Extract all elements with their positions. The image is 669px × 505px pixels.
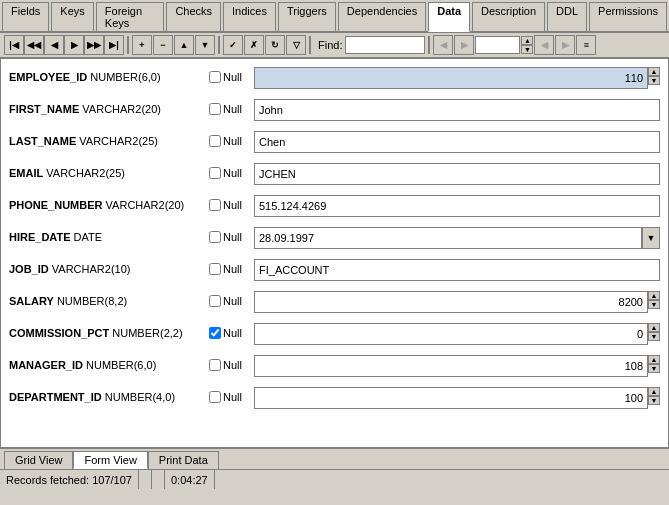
count-spinner[interactable]: ▲ ▼ (521, 36, 533, 54)
delete-btn[interactable]: − (153, 35, 173, 55)
field-spinner-commission_pct[interactable]: ▲▼ (648, 323, 660, 341)
page-prev-btn[interactable]: ◀ (534, 35, 554, 55)
field-spinner-department_id[interactable]: ▲▼ (648, 387, 660, 405)
bottom-tab-print-data[interactable]: Print Data (148, 451, 219, 469)
null-check-employee_id: Null (209, 67, 254, 83)
nav-jump-prev-btn[interactable]: ◀ (433, 35, 453, 55)
field-input-email[interactable] (254, 163, 660, 185)
null-checkbox-department_id[interactable] (209, 391, 221, 403)
spin-down[interactable]: ▼ (648, 364, 660, 373)
null-checkbox-salary[interactable] (209, 295, 221, 307)
form-row: HIRE_DATE DATENull▼ (9, 227, 660, 255)
spin-up[interactable]: ▲ (648, 323, 660, 332)
spin-up[interactable]: ▲ (648, 291, 660, 300)
more-btn[interactable]: ≡ (576, 35, 596, 55)
spin-down[interactable]: ▼ (648, 76, 660, 85)
seg3 (152, 470, 165, 489)
find-input[interactable] (345, 36, 425, 54)
nav-next-page-btn[interactable]: ▶▶ (84, 35, 104, 55)
nav-next-btn[interactable]: ▶ (64, 35, 84, 55)
field-input-hire_date[interactable] (254, 227, 642, 249)
null-checkbox-manager_id[interactable] (209, 359, 221, 371)
null-check-commission_pct: Null (209, 323, 254, 339)
tab-foreign-keys[interactable]: Foreign Keys (96, 2, 165, 31)
tab-data[interactable]: Data (428, 2, 470, 32)
field-value-salary: ▲▼ (254, 291, 660, 313)
spin-up[interactable]: ▲ (648, 67, 660, 76)
sep3 (309, 36, 311, 54)
spin-down[interactable]: ▼ (648, 332, 660, 341)
field-input-department_id[interactable] (254, 387, 648, 409)
page-next-btn[interactable]: ▶ (555, 35, 575, 55)
down-btn[interactable]: ▼ (195, 35, 215, 55)
field-input-employee_id[interactable] (254, 67, 648, 89)
null-label: Null (223, 167, 242, 179)
spinner-wrapper: ▲▼ (254, 355, 660, 377)
up-btn[interactable]: ▲ (174, 35, 194, 55)
null-label: Null (223, 263, 242, 275)
null-checkbox-email[interactable] (209, 167, 221, 179)
spin-up[interactable]: ▲ (648, 355, 660, 364)
null-label: Null (223, 295, 242, 307)
field-input-phone_number[interactable] (254, 195, 660, 217)
form-row: COMMISSION_PCT NUMBER(2,2)Null▲▼ (9, 323, 660, 351)
tab-description[interactable]: Description (472, 2, 545, 31)
bottom-tab-form-view[interactable]: Form View (73, 451, 147, 469)
tab-dependencies[interactable]: Dependencies (338, 2, 426, 31)
nav-jump-next-btn[interactable]: ▶ (454, 35, 474, 55)
count-up-btn[interactable]: ▲ (521, 36, 533, 45)
null-checkbox-job_id[interactable] (209, 263, 221, 275)
field-input-job_id[interactable] (254, 259, 660, 281)
refresh-btn[interactable]: ↻ (265, 35, 285, 55)
field-value-manager_id: ▲▼ (254, 355, 660, 377)
field-spinner-manager_id[interactable]: ▲▼ (648, 355, 660, 373)
tab-permissions[interactable]: Permissions (589, 2, 667, 31)
tab-keys[interactable]: Keys (51, 2, 93, 31)
field-spinner-employee_id[interactable]: ▲▼ (648, 67, 660, 85)
null-label: Null (223, 103, 242, 115)
field-input-first_name[interactable] (254, 99, 660, 121)
spin-down[interactable]: ▼ (648, 396, 660, 405)
field-label-hire_date: HIRE_DATE DATE (9, 227, 209, 243)
tab-indices[interactable]: Indices (223, 2, 276, 31)
null-label: Null (223, 71, 242, 83)
cancel-btn[interactable]: ✗ (244, 35, 264, 55)
field-input-salary[interactable] (254, 291, 648, 313)
tab-checks[interactable]: Checks (166, 2, 221, 31)
nav-prev-page-btn[interactable]: ◀◀ (24, 35, 44, 55)
date-dropdown-btn[interactable]: ▼ (642, 227, 660, 249)
field-value-phone_number (254, 195, 660, 217)
find-label: Find: (318, 39, 342, 51)
add-btn[interactable]: + (132, 35, 152, 55)
spinner-wrapper: ▲▼ (254, 323, 660, 345)
count-down-btn[interactable]: ▼ (521, 45, 533, 54)
bottom-tab-grid-view[interactable]: Grid View (4, 451, 73, 469)
tab-triggers[interactable]: Triggers (278, 2, 336, 31)
spin-up[interactable]: ▲ (648, 387, 660, 396)
form-row: FIRST_NAME VARCHAR2(20)Null (9, 99, 660, 127)
null-checkbox-employee_id[interactable] (209, 71, 221, 83)
nav-last-btn[interactable]: ▶| (104, 35, 124, 55)
field-value-last_name (254, 131, 660, 153)
field-value-job_id (254, 259, 660, 281)
nav-first-btn[interactable]: |◀ (4, 35, 24, 55)
count-input[interactable]: 1000 (475, 36, 520, 54)
null-label: Null (223, 327, 242, 339)
null-checkbox-commission_pct[interactable] (209, 327, 221, 339)
spin-down[interactable]: ▼ (648, 300, 660, 309)
null-checkbox-phone_number[interactable] (209, 199, 221, 211)
tab-fields[interactable]: Fields (2, 2, 49, 31)
null-checkbox-first_name[interactable] (209, 103, 221, 115)
post-btn[interactable]: ✓ (223, 35, 243, 55)
field-input-commission_pct[interactable] (254, 323, 648, 345)
nav-prev-btn[interactable]: ◀ (44, 35, 64, 55)
null-checkbox-last_name[interactable] (209, 135, 221, 147)
null-label: Null (223, 359, 242, 371)
field-spinner-salary[interactable]: ▲▼ (648, 291, 660, 309)
field-value-employee_id: ▲▼ (254, 67, 660, 89)
field-input-last_name[interactable] (254, 131, 660, 153)
filter-btn[interactable]: ▽ (286, 35, 306, 55)
field-input-manager_id[interactable] (254, 355, 648, 377)
null-checkbox-hire_date[interactable] (209, 231, 221, 243)
tab-ddl[interactable]: DDL (547, 2, 587, 31)
